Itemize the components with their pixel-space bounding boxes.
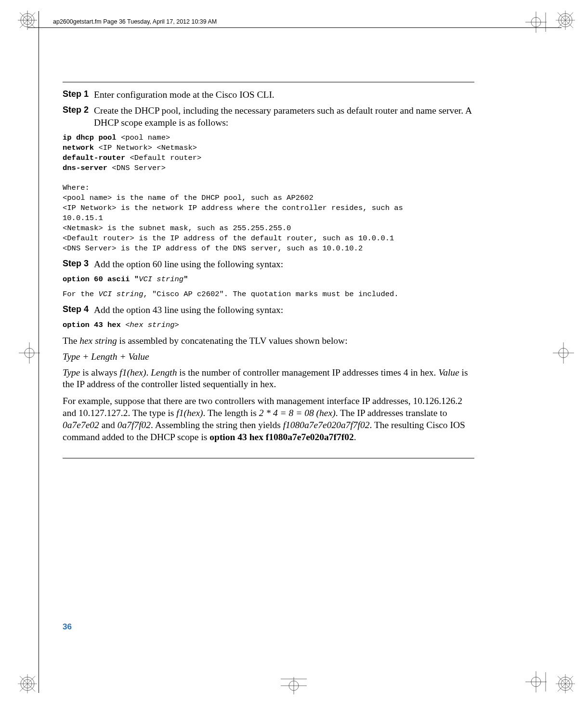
- crop-mark-mid-right: [550, 339, 577, 366]
- crop-mark-bottom-center: [277, 676, 311, 695]
- step-4-para-1: The hex string is assembled by concatena…: [63, 335, 474, 347]
- text-frag: For the: [63, 290, 98, 299]
- step-4-code: option 43 hex <hex string>: [63, 320, 474, 330]
- crop-mark-bottom-right: [523, 668, 549, 695]
- text-frag: Value: [438, 367, 459, 378]
- code-token: default-router: [63, 154, 130, 162]
- text-frag: VCI string: [98, 290, 143, 299]
- text-frag: .: [146, 367, 151, 378]
- step-4-label: Step 4: [63, 304, 94, 316]
- crop-mark-top-right: [523, 9, 549, 36]
- page-body: Step 1 Enter configuration mode at the C…: [63, 82, 474, 465]
- code-token: <IP Network> is the network IP address w…: [63, 204, 407, 212]
- code-token: hex string: [130, 321, 175, 329]
- step-3: Step 3 Add the option 60 line using the …: [63, 259, 474, 271]
- code-token: <Netmask> is the subnet mask, such as 25…: [63, 224, 291, 233]
- text-frag: is always: [80, 367, 119, 378]
- example-paragraph: For example, suppose that there are two …: [63, 395, 474, 443]
- code-token: <pool name> is the name of the DHCP pool…: [63, 194, 314, 202]
- code-token: ": [183, 275, 188, 284]
- text-frag: is the number of controller management I…: [177, 367, 438, 378]
- step-2: Step 2 Create the DHCP pool, including t…: [63, 105, 474, 129]
- page-number: 36: [63, 622, 72, 632]
- text-frag: . The length is: [203, 408, 259, 418]
- code-token: <DNS Server>: [112, 164, 166, 172]
- step-3-note: For the VCI string, "Cisco AP c2602". Th…: [63, 289, 474, 300]
- running-header: ap2600getstart.fm Page 36 Tuesday, April…: [53, 18, 217, 25]
- text-frag: f1(hex): [176, 408, 203, 418]
- step-2-code: ip dhcp pool <pool name> network <IP Net…: [63, 133, 474, 254]
- step-1-label: Step 1: [63, 89, 94, 101]
- step-4-para-2: Type + Length + Value: [63, 351, 474, 363]
- text-frag: f1(hex): [119, 367, 146, 378]
- text-frag: .: [354, 432, 356, 442]
- text-frag: 0a7f7f02: [118, 420, 151, 430]
- text-frag: option 43 hex f1080a7e7e020a7f7f02: [209, 432, 354, 442]
- code-token: <Default router>: [130, 154, 202, 162]
- code-token: <pool name>: [121, 133, 170, 142]
- text-frag: and: [99, 420, 118, 430]
- reg-mark-top-left: [16, 9, 39, 32]
- code-token: VCI string: [139, 275, 183, 284]
- code-token: 10.0.15.1: [63, 214, 103, 222]
- text-frag: 0a7e7e02: [63, 420, 99, 430]
- reg-mark-top-right: [554, 9, 577, 32]
- top-content-rule: [63, 82, 474, 82]
- left-margin-rule: [39, 11, 39, 693]
- text-frag: f1080a7e7e020a7f7f02: [283, 420, 370, 430]
- code-token: Where:: [63, 183, 90, 192]
- code-token: <IP Network> <Netmask>: [98, 143, 197, 152]
- step-4-para-3: Type is always f1(hex). Length is the nu…: [63, 367, 474, 391]
- code-token: dns-server: [63, 164, 112, 172]
- code-token: <DNS Server> is the IP address of the DN…: [63, 244, 363, 253]
- text-frag: . The IP addresses translate to: [336, 408, 447, 418]
- step-2-text: Create the DHCP pool, including the nece…: [94, 105, 474, 129]
- step-3-code: option 60 ascii "VCI string": [63, 274, 474, 285]
- code-token: ip dhcp pool: [63, 133, 121, 142]
- code-token: option 43 hex: [63, 321, 125, 329]
- text-frag: Type: [63, 367, 80, 378]
- text-frag: hex string: [79, 336, 117, 346]
- reg-mark-bottom-right: [554, 672, 577, 695]
- step-1-text: Enter configuration mode at the Cisco IO…: [94, 89, 474, 101]
- bottom-content-rule: [63, 458, 474, 458]
- step-4-text: Add the option 43 line using the followi…: [94, 304, 474, 316]
- text-frag: Length: [151, 367, 177, 378]
- step-2-label: Step 2: [63, 105, 94, 129]
- reg-mark-bottom-left: [16, 672, 39, 695]
- step-3-label: Step 3: [63, 259, 94, 271]
- step-4: Step 4 Add the option 43 line using the …: [63, 304, 474, 316]
- text-frag: , "Cisco AP c2602". The quotation marks …: [143, 290, 398, 299]
- code-token: <Default router> is the IP address of th…: [63, 234, 394, 243]
- code-token: <: [125, 321, 130, 329]
- code-token: >: [175, 321, 179, 329]
- text-frag: . Assembling the string then yields: [151, 420, 283, 430]
- step-3-text: Add the option 60 line using the followi…: [94, 259, 474, 271]
- step-1: Step 1 Enter configuration mode at the C…: [63, 89, 474, 101]
- text-frag: The: [63, 336, 79, 346]
- text-frag: is assembled by concatenating the TLV va…: [117, 336, 348, 346]
- code-token: option 60 ascii ": [63, 275, 139, 284]
- header-rule: [28, 27, 562, 28]
- code-token: network: [63, 143, 98, 152]
- text-frag: 2 * 4 = 8 = 08 (hex): [259, 408, 336, 418]
